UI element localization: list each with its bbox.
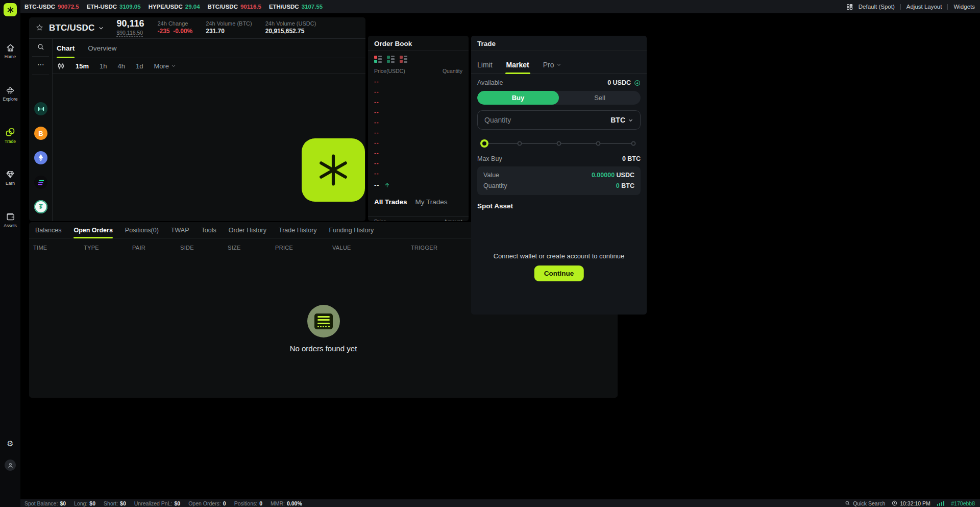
- clock-time: 10:32:10 PM: [900, 500, 930, 506]
- ask-row[interactable]: --: [368, 158, 469, 168]
- tab-chart[interactable]: Chart: [57, 39, 75, 58]
- status-short: Short:$0: [104, 500, 126, 506]
- layout-preset-button[interactable]: Default (Spot): [859, 4, 895, 10]
- asset-selector[interactable]: BTC: [610, 116, 633, 124]
- favorite-star-icon[interactable]: [35, 23, 44, 32]
- tab-overview[interactable]: Overview: [88, 39, 116, 58]
- chevron-down-icon[interactable]: [98, 25, 104, 31]
- buy-button[interactable]: Buy: [477, 91, 559, 105]
- more-label: More: [154, 62, 169, 70]
- connection-signal-icon: [937, 501, 945, 506]
- trade-title: Trade: [471, 36, 647, 51]
- view-bids-icon[interactable]: [387, 56, 395, 63]
- view-both-icon[interactable]: [374, 56, 382, 63]
- ask-row[interactable]: --: [368, 86, 469, 96]
- ask-row[interactable]: --: [368, 76, 469, 86]
- column-amount: Amount: [444, 218, 462, 221]
- sidebar-item-earn[interactable]: Earn: [0, 170, 20, 186]
- value-number: 0.00000: [592, 172, 615, 179]
- status-long: Long:$0: [74, 500, 95, 506]
- ask-row[interactable]: --: [368, 168, 469, 178]
- adjust-layout-button[interactable]: Adjust Layout: [906, 4, 942, 10]
- timeframe-1d[interactable]: 1d: [136, 62, 143, 70]
- tab-trade-history[interactable]: Trade History: [279, 222, 317, 238]
- ticker-item[interactable]: HYPE/USDC29.04: [149, 4, 200, 10]
- tab-tools[interactable]: Tools: [202, 222, 216, 238]
- deposit-icon[interactable]: [634, 80, 641, 86]
- coin-hype-icon[interactable]: [34, 102, 47, 115]
- layout-grid-icon[interactable]: [846, 4, 853, 10]
- stat-label: 24h Volume (BTC): [206, 20, 252, 28]
- tab-pro[interactable]: Pro: [543, 61, 561, 74]
- timeframe-1h[interactable]: 1h: [100, 62, 107, 70]
- ask-row[interactable]: --: [368, 127, 469, 137]
- stat-label: 24h Change: [158, 20, 193, 28]
- ticker-item[interactable]: ETH/USDC3107.55: [269, 4, 323, 10]
- continue-button[interactable]: Continue: [534, 265, 584, 281]
- account-button[interactable]: [5, 460, 16, 471]
- tab-limit[interactable]: Limit: [477, 61, 493, 74]
- mid-price-row[interactable]: --: [368, 178, 469, 192]
- tab-order-history[interactable]: Order History: [229, 222, 266, 238]
- slider-step[interactable]: [596, 141, 601, 146]
- status-open-orders: Open Orders:0: [188, 500, 226, 506]
- size-slider[interactable]: [480, 135, 638, 152]
- sell-button[interactable]: Sell: [559, 91, 641, 105]
- ticker-item[interactable]: BTC/USDC90116.5: [208, 4, 261, 10]
- candlestick-icon[interactable]: [57, 62, 65, 70]
- quick-search-button[interactable]: Quick Search: [845, 500, 885, 506]
- pair-selector[interactable]: BTC/USDC: [49, 23, 94, 33]
- ask-row[interactable]: --: [368, 96, 469, 107]
- column-quantity: Quantity: [443, 68, 462, 74]
- coin-eth-icon[interactable]: [34, 151, 47, 164]
- tab-balances[interactable]: Balances: [35, 222, 61, 238]
- tab-market[interactable]: Market: [506, 61, 529, 74]
- slider-step[interactable]: [518, 141, 522, 146]
- sidebar-item-trade[interactable]: Trade: [0, 127, 20, 144]
- asset-label: BTC: [610, 116, 625, 124]
- widgets-button[interactable]: Widgets: [953, 4, 975, 10]
- quick-search-label: Quick Search: [853, 500, 885, 506]
- timeframe-15m[interactable]: 15m: [76, 62, 89, 70]
- value-row: Value 0.00000 USDC: [483, 170, 634, 181]
- separator: [900, 4, 901, 10]
- slider-step[interactable]: [631, 141, 636, 146]
- coin-sol-icon[interactable]: [34, 176, 47, 189]
- status-mmr: MMR:0.00%: [271, 500, 302, 506]
- quantity-input[interactable]: [484, 116, 606, 124]
- settings-gear-icon[interactable]: ⚙: [0, 439, 20, 448]
- value-label: Value: [483, 170, 499, 181]
- sidebar-item-home[interactable]: Home: [0, 43, 20, 59]
- coin-btc-icon[interactable]: B: [34, 127, 47, 140]
- more-dots-icon[interactable]: ⋯: [29, 60, 53, 68]
- order-book-panel: Order Book Price(USDC) Quantity -- -- --…: [368, 36, 469, 221]
- timeframe-4h[interactable]: 4h: [118, 62, 125, 70]
- sidebar-item-assets[interactable]: Assets: [0, 212, 20, 228]
- slider-handle[interactable]: [480, 139, 488, 148]
- tab-my-trades[interactable]: My Trades: [415, 198, 448, 206]
- app-logo[interactable]: [4, 3, 17, 16]
- tab-funding-history[interactable]: Funding History: [329, 222, 374, 238]
- market-header: BTC/USDC 90,116 $90,116.50 24h Change -2…: [29, 17, 365, 39]
- max-buy-value: 0 BTC: [622, 155, 641, 162]
- ticker-item[interactable]: ETH-USDC3109.05: [87, 4, 141, 10]
- tab-positions[interactable]: Positions(0): [125, 222, 159, 238]
- ask-row[interactable]: --: [368, 107, 469, 117]
- search-icon[interactable]: [29, 43, 53, 51]
- sidebar-item-explore[interactable]: Explore: [0, 85, 20, 102]
- trades-columns-clipped: Price Amount: [368, 216, 469, 221]
- ticker-item[interactable]: BTC-USDC90072.5: [24, 4, 79, 10]
- ticker-value: 3109.05: [119, 4, 141, 10]
- tab-all-trades[interactable]: All Trades: [374, 198, 407, 206]
- slider-step[interactable]: [557, 141, 561, 146]
- tab-open-orders[interactable]: Open Orders: [74, 222, 112, 238]
- ask-row[interactable]: --: [368, 117, 469, 127]
- timeframe-more-button[interactable]: More: [154, 62, 176, 70]
- tab-twap[interactable]: TWAP: [171, 222, 189, 238]
- ask-row[interactable]: --: [368, 137, 469, 148]
- ticker-value: 90116.5: [240, 4, 261, 10]
- view-asks-icon[interactable]: [400, 56, 407, 63]
- coin-usdt-icon[interactable]: ₮: [34, 200, 47, 213]
- ask-row[interactable]: --: [368, 148, 469, 158]
- column-type: TYPE: [84, 245, 132, 251]
